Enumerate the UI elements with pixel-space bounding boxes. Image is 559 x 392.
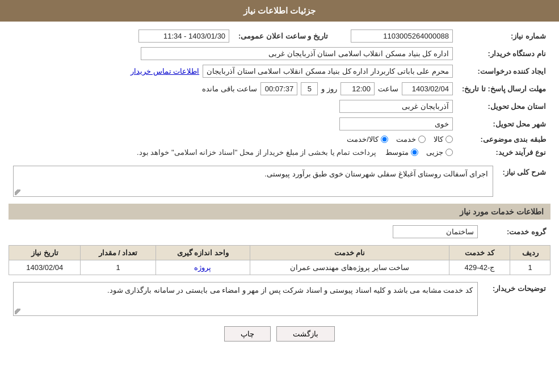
mohlat-rooz-value: 5 [301,82,318,95]
radio-motawaset-label: متوسط [385,148,409,157]
mohlat-date: 1403/02/04 [402,82,453,95]
print-button[interactable]: چاپ [224,326,271,342]
tawzih-value: کد خدمت مشابه می باشد و کلیه اسناد پیوست… [107,286,473,294]
col-kod: کد خدمت [449,246,510,260]
radio-khadamat-label: خدمت [396,135,416,144]
shomara-niaz-label: شماره نیاز: [457,27,550,45]
cell-kod: ج-42-429 [449,260,510,275]
buttons-row: بازگشت چاپ [9,326,550,342]
radio-jozi-input[interactable] [445,149,453,156]
table-row: 1 ج-42-429 ساخت سایر پروژه‌های مهندسی عم… [9,260,550,275]
col-name: نام خدمت [250,246,449,260]
shomara-niaz-value: 1103005264000088 [351,29,453,43]
radio-jozi-label: جزیی [426,148,443,157]
services-table: ردیف کد خدمت نام خدمت واحد اندازه گیری ت… [9,245,550,275]
sharh-label: شرح کلی نیاز: [498,163,550,199]
col-vahed: واحد اندازه گیری [155,246,250,260]
shahr-label: شهر محل تحویل: [457,115,550,133]
gorooh-value: ساختمان [393,225,478,238]
tawzih-label: توضیحات خریدار: [482,280,550,318]
cell-tarikh: 1403/02/04 [9,260,81,275]
cell-vahed: پروژه [155,260,250,275]
nam-dastgah-value: اداره کل بنیاد مسکن انقلاب اسلامی استان … [141,47,453,60]
ijad-konande-label: ایجاد کننده درخواست: [457,62,550,80]
mohlat-saat-value: 00:07:37 [260,82,297,95]
radio-jozi[interactable]: جزیی [426,148,453,157]
col-tedad: تعداد / مقدار [81,246,155,260]
mohlat-rooz-label: روز و [321,85,337,93]
radio-kala-khadamat[interactable]: کالا/خدمت [347,135,388,144]
radio-motawaset-input[interactable] [411,149,418,156]
radio-motawaset[interactable]: متوسط [385,148,418,157]
mohlat-label: مهلت ارسال پاسخ: تا تاریخ: [457,80,550,98]
back-button[interactable]: بازگشت [276,326,335,342]
tarikh-value: 1403/01/30 - 11:34 [138,29,229,43]
mohlat-time: 12:00 [341,82,375,95]
page-header: جزئیات اطلاعات نیاز [0,0,559,22]
cell-name: ساخت سایر پروژه‌های مهندسی عمران [250,260,449,275]
ijad-konande-value: محرم علی باباتی کاربردار اداره کل بنیاد … [203,65,453,78]
radio-khadamat[interactable]: خدمت [396,135,426,144]
radio-kala-khadamat-input[interactable] [381,136,388,143]
radio-kala[interactable]: کالا [434,135,453,144]
ostan-label: استان محل تحویل: [457,98,550,115]
radio-kala-input[interactable] [445,136,453,143]
nooe-farayand-label: نوع فرآیند خرید: [457,146,550,159]
ostan-value: آذربایجان غربی [339,100,453,113]
gorooh-label: گروه خدمت: [482,223,550,241]
nam-dastgah-label: نام دستگاه خریدار: [457,45,550,62]
page-title: جزئیات اطلاعات نیاز [243,6,316,15]
ijad-konande-link[interactable]: اطلاعات تماس خریدار [131,67,199,75]
tarikh-label: تاریخ و ساعت اعلان عمومی: [234,27,333,45]
sharh-value: اجرای آسفالت روستای آغبلاغ سفلی شهرستان … [264,170,488,178]
col-tarikh: تاریخ نیاز [9,246,81,260]
nooe-farayand-desc: پرداخت تمام یا بخشی از مبلغ خریدار از مح… [137,148,376,157]
radio-kala-khadamat-label: کالا/خدمت [347,135,379,144]
tawzih-resize-handle [15,309,20,314]
cell-radif: 1 [510,260,550,275]
radio-khadamat-input[interactable] [418,136,426,143]
khadamat-section-title: اطلاعات خدمات مورد نیاز [9,204,550,220]
shahr-value: خوی [339,117,453,130]
resize-handle [15,189,20,195]
mohlat-saat-label: ساعت باقی مانده [202,85,257,93]
tabaqe-label: طبقه بندی موضوعی: [457,133,550,146]
radio-kala-label: کالا [434,135,443,144]
mohlat-time-label: ساعت [378,85,398,93]
cell-tedad: 1 [81,260,155,275]
col-radif: ردیف [510,246,550,260]
